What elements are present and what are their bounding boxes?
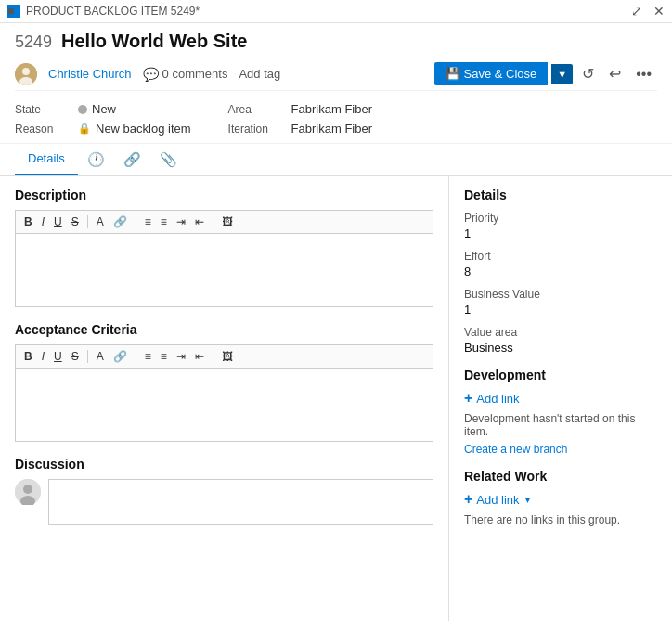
italic-button-ac[interactable]: I (39, 349, 47, 364)
expand-icon[interactable]: ⤢ (631, 4, 642, 19)
area-value[interactable]: Fabrikam Fiber (291, 102, 372, 116)
more-options-button[interactable]: ••• (630, 62, 657, 86)
acceptance-criteria-editor[interactable] (15, 368, 433, 442)
bold-button-ac[interactable]: B (21, 349, 35, 364)
description-editor[interactable] (15, 233, 433, 307)
italic-button-desc[interactable]: I (39, 214, 47, 229)
outdent-ac[interactable]: ⇤ (192, 349, 207, 364)
area-item: Area Fabrikam Fiber (228, 102, 372, 116)
discussion-input[interactable] (48, 479, 433, 525)
save-icon: 💾 (446, 67, 460, 81)
bold-button-desc[interactable]: B (21, 214, 35, 229)
header: 5249 Hello World Web Site Christie Churc… (0, 23, 672, 95)
tab-details[interactable]: Details (15, 144, 78, 175)
related-add-label: Add link (476, 493, 519, 507)
iteration-value[interactable]: Fabrikam Fiber (291, 122, 372, 136)
reason-label: Reason (15, 123, 71, 136)
acceptance-toolbar: B I U S A 🔗 ≡ ≡ ⇥ ⇤ 🖼 (15, 344, 433, 368)
area-text: Fabrikam Fiber (291, 102, 372, 116)
dev-add-icon: + (464, 390, 472, 407)
related-work-section: Related Work + Add link ▾ There are no l… (464, 469, 657, 526)
related-add-link-button[interactable]: + Add link ▾ (464, 491, 530, 508)
strikethrough-button-desc[interactable]: S (69, 214, 82, 229)
priority-item: Priority 1 (464, 212, 657, 240)
title-bar-label: PRODUCT BACKLOG ITEM 5249* (26, 5, 200, 18)
strikethrough-button-ac[interactable]: S (69, 349, 82, 364)
dev-add-link-button[interactable]: + Add link (464, 390, 520, 407)
refresh-button[interactable]: ↺ (576, 61, 600, 86)
separator6 (213, 350, 213, 363)
state-text: New (92, 102, 116, 116)
user-name[interactable]: Christie Church (48, 67, 132, 81)
details-section: Details Priority 1 Effort 8 Business Val… (464, 188, 657, 355)
highlight-button-desc[interactable]: A (94, 214, 107, 229)
tab-links[interactable]: 🔗 (114, 144, 150, 175)
add-tag-button[interactable]: Add tag (239, 67, 280, 81)
indent-ac[interactable]: ⇥ (174, 349, 188, 364)
iteration-item: Iteration Fabrikam Fiber (228, 122, 372, 136)
underline-button-ac[interactable]: U (51, 349, 65, 364)
save-label: Save & Close (464, 67, 537, 81)
link-button-desc[interactable]: 🔗 (110, 214, 130, 229)
priority-label: Priority (464, 212, 657, 225)
highlight-button-ac[interactable]: A (94, 349, 107, 364)
effort-label: Effort (464, 250, 657, 263)
image-button-ac[interactable]: 🖼 (219, 349, 236, 364)
comments-section[interactable]: 💬 0 comments (143, 67, 228, 82)
bullet-list-ac[interactable]: ≡ (142, 349, 154, 364)
item-title[interactable]: Hello World Web Site (61, 31, 247, 52)
related-dropdown-icon[interactable]: ▾ (525, 495, 530, 505)
discussion-input-row (15, 479, 433, 525)
avatar (15, 63, 37, 85)
image-button-desc[interactable]: 🖼 (219, 214, 236, 229)
description-section: Description B I U S A 🔗 ≡ ≡ ⇥ ⇤ 🖼 (15, 188, 433, 307)
underline-button-desc[interactable]: U (51, 214, 65, 229)
details-title: Details (464, 188, 657, 202)
value-area-label: Value area (464, 326, 657, 339)
comments-count: 0 comments (162, 67, 228, 81)
user-row: Christie Church 💬 0 comments Add tag 💾 S… (15, 58, 657, 91)
related-add-icon: + (464, 491, 472, 508)
acceptance-criteria-section: Acceptance Criteria B I U S A 🔗 ≡ ≡ ⇥ ⇤ … (15, 322, 433, 442)
left-panel: Description B I U S A 🔗 ≡ ≡ ⇥ ⇤ 🖼 Accept (0, 176, 449, 621)
separator4 (87, 350, 88, 363)
undo-button[interactable]: ↩ (603, 61, 627, 86)
iteration-label: Iteration (228, 123, 284, 136)
priority-value[interactable]: 1 (464, 226, 657, 240)
numbered-list-ac[interactable]: ≡ (158, 349, 170, 364)
separator1 (87, 215, 88, 228)
description-toolbar: B I U S A 🔗 ≡ ≡ ⇥ ⇤ 🖼 (15, 210, 433, 233)
save-close-button[interactable]: 💾 Save & Close (434, 62, 549, 85)
bullet-list-desc[interactable]: ≡ (142, 214, 154, 229)
area-label: Area (228, 103, 284, 116)
effort-value[interactable]: 8 (464, 265, 657, 278)
close-icon[interactable]: ✕ (653, 4, 665, 19)
reason-value[interactable]: 🔒 New backlog item (78, 122, 191, 136)
item-id-title-row: 5249 Hello World Web Site (15, 31, 657, 52)
tab-attachments[interactable]: 📎 (150, 144, 187, 175)
tab-history[interactable]: 🕐 (78, 144, 114, 175)
dev-add-label: Add link (476, 392, 519, 406)
acceptance-criteria-title: Acceptance Criteria (15, 322, 433, 337)
meta-row: State New Reason 🔒 New backlog item Area… (0, 95, 672, 144)
title-bar: ■ PRODUCT BACKLOG ITEM 5249* ⤢ ✕ (0, 0, 672, 23)
business-value-value[interactable]: 1 (464, 303, 657, 317)
reason-text: New backlog item (96, 122, 191, 136)
meta-group-left: State New Reason 🔒 New backlog item (15, 102, 191, 136)
iteration-text: Fabrikam Fiber (291, 122, 372, 136)
link-button-ac[interactable]: 🔗 (110, 349, 130, 364)
separator3 (213, 215, 213, 228)
state-value[interactable]: New (78, 102, 116, 116)
numbered-list-desc[interactable]: ≡ (158, 214, 170, 229)
development-title: Development (464, 368, 657, 382)
indent-desc[interactable]: ⇥ (174, 214, 188, 229)
value-area-value[interactable]: Business (464, 341, 657, 355)
item-id: 5249 (15, 32, 52, 52)
meta-group-right: Area Fabrikam Fiber Iteration Fabrikam F… (228, 102, 372, 136)
tabs-bar: Details 🕐 🔗 📎 (0, 144, 672, 176)
save-dropdown-button[interactable]: ▼ (551, 64, 573, 84)
outdent-desc[interactable]: ⇤ (192, 214, 207, 229)
business-value-label: Business Value (464, 288, 657, 301)
create-branch-link[interactable]: Create a new branch (464, 443, 567, 456)
discussion-title: Discussion (15, 457, 433, 472)
